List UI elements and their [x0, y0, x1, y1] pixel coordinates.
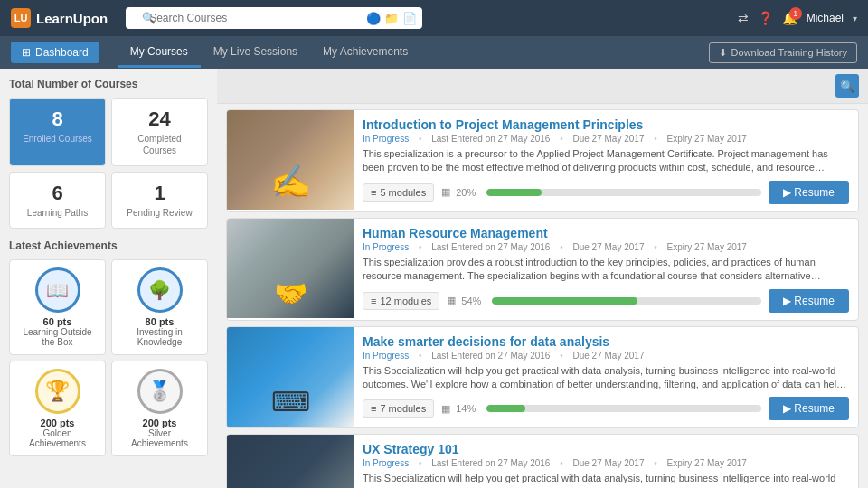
achievements-section: Latest Achievements 📖 60 pts Learning Ou…	[9, 239, 208, 456]
download-label: Download Training History	[731, 47, 847, 58]
document-icon[interactable]: 📄	[402, 12, 417, 25]
dashboard-button[interactable]: ⊞ Dashboard	[11, 42, 99, 63]
content-search-button[interactable]: 🔍	[835, 74, 859, 98]
logo-text: LearnUpon	[36, 11, 108, 26]
achievement-silver: 🥈 200 pts Silver Achievements	[111, 361, 208, 456]
course-title-pm[interactable]: Introduction to Project Management Princ…	[363, 117, 849, 132]
tab-my-live-sessions[interactable]: My Live Sessions	[201, 38, 310, 68]
logo: LU LearnUpon	[11, 8, 108, 28]
search-icon: 🔍	[142, 12, 156, 24]
notifications-button[interactable]: 🔔 1	[782, 11, 797, 25]
dashboard-icon: ⊞	[22, 46, 31, 59]
completed-number: 24	[121, 108, 198, 131]
course-card-hr: Human Resource Management In Progress • …	[226, 218, 859, 321]
achievement-icon-gold-trophy: 🏆	[35, 369, 80, 414]
progress-icon-pm: ▦	[441, 186, 450, 198]
achievement-pts-2: 80 pts	[119, 316, 200, 327]
achievements-title: Latest Achievements	[9, 239, 208, 252]
course-card-ux: UX Strategy 101 In Progress • Last Enter…	[226, 434, 859, 488]
progress-pct-pm: 20%	[456, 187, 481, 198]
last-entered-pm: Last Entered on 27 May 2016	[431, 134, 550, 144]
resume-button-data[interactable]: ▶ Resume	[769, 397, 849, 420]
achievement-pts-1: 60 pts	[17, 316, 98, 327]
stats-grid: 8 Enrolled Courses 24 Completed Courses …	[9, 98, 208, 229]
course-desc-pm: This specialization is a precursor to th…	[363, 147, 849, 175]
due-hr: Due 27 May 2017	[573, 242, 645, 252]
modules-count-data: 7 modules	[380, 403, 426, 414]
help-button[interactable]: ❓	[758, 11, 773, 25]
user-name[interactable]: Michael	[807, 12, 844, 24]
achievement-name-4: Silver Achievements	[119, 428, 200, 448]
expiry-pm: Expiry 27 May 2017	[667, 134, 747, 144]
course-thumb-ux	[227, 435, 354, 488]
logo-icon: LU	[11, 8, 31, 28]
search-bar: 🔍 🔵 📁 📄	[126, 7, 422, 29]
achievements-grid: 📖 60 pts Learning Outside the Box 🌳 80 p…	[9, 259, 208, 456]
completed-courses-card: 24 Completed Courses	[111, 98, 208, 166]
course-info-ux: UX Strategy 101 In Progress • Last Enter…	[354, 435, 858, 488]
progress-bar-fill-data	[486, 405, 525, 412]
modules-badge-data: ≡ 7 modules	[363, 399, 434, 418]
course-meta-data: In Progress • Last Entered on 27 May 201…	[363, 351, 849, 361]
course-thumb-pm	[227, 110, 354, 210]
due-data: Due 27 May 2017	[573, 351, 645, 361]
learning-paths-card: 6 Learning Paths	[9, 172, 106, 229]
gold-trophy-icon: 🏆	[45, 380, 70, 403]
course-footer-hr: ≡ 12 modules ▦ 54% ▶ Resume	[363, 289, 849, 313]
modules-badge-hr: ≡ 12 modules	[363, 292, 439, 310]
course-meta-pm: In Progress • Last Entered on 27 May 201…	[363, 134, 849, 144]
achievement-icon-silver-trophy: 🥈	[137, 369, 183, 414]
resume-button-hr[interactable]: ▶ Resume	[769, 289, 849, 313]
resume-button-pm[interactable]: ▶ Resume	[769, 181, 849, 204]
course-card-pm: Introduction to Project Management Princ…	[226, 109, 859, 212]
status-badge-pm: In Progress	[363, 134, 409, 144]
course-title-hr[interactable]: Human Resource Management	[363, 226, 849, 240]
progress-bar-fill-pm	[486, 189, 542, 196]
modules-icon-hr: ≡	[371, 296, 376, 306]
modules-icon-pm: ≡	[371, 187, 376, 198]
progress-bar-track-pm	[486, 189, 761, 196]
status-badge-hr: In Progress	[363, 242, 409, 252]
nav-tabs: My Courses My Live Sessions My Achieveme…	[118, 38, 420, 68]
course-title-ux[interactable]: UX Strategy 101	[363, 442, 849, 456]
progress-section-pm: ▦ 20%	[441, 186, 761, 198]
tab-my-courses[interactable]: My Courses	[118, 38, 201, 68]
download-icon: ⬇	[719, 47, 727, 59]
pending-review-card: 1 Pending Review	[111, 172, 208, 229]
achievement-pts-3: 200 pts	[17, 418, 98, 428]
progress-pct-hr: 54%	[461, 296, 486, 306]
course-info-pm: Introduction to Project Management Princ…	[354, 110, 858, 211]
last-entered-hr: Last Entered on 27 May 2016	[431, 242, 550, 252]
progress-section-hr: ▦ 54%	[447, 295, 761, 306]
user-chevron-icon: ▾	[853, 14, 857, 23]
enrolled-label: Enrolled Courses	[19, 133, 96, 145]
achievement-icon-tree: 🌳	[137, 267, 183, 313]
enrolled-courses-card: 8 Enrolled Courses	[9, 98, 106, 166]
pending-label: Pending Review	[121, 207, 198, 219]
achievement-learning-outside: 📖 60 pts Learning Outside the Box	[9, 259, 106, 355]
enrolled-number: 8	[19, 108, 96, 131]
progress-bar-fill-hr	[492, 297, 637, 305]
course-thumb-data	[227, 327, 354, 427]
course-info-data: Make smarter decisions for data analysis…	[354, 327, 858, 428]
tab-my-achievements[interactable]: My Achievements	[310, 38, 420, 68]
content-header: 🔍	[217, 69, 868, 104]
completed-label: Completed Courses	[121, 133, 198, 156]
tree-icon: 🌳	[148, 279, 171, 301]
progress-bar-track-data	[486, 405, 761, 412]
due-ux: Due 27 May 2017	[573, 458, 645, 468]
due-pm: Due 27 May 2017	[573, 134, 645, 144]
shuffle-button[interactable]: ⇄	[738, 11, 749, 25]
download-history-button[interactable]: ⬇ Download Training History	[709, 42, 857, 63]
progress-section-data: ▦ 14%	[441, 403, 761, 415]
achievement-name-1: Learning Outside the Box	[17, 327, 98, 347]
status-badge-ux: In Progress	[363, 458, 409, 468]
achievement-golden: 🏆 200 pts Golden Achievements	[9, 361, 106, 456]
course-meta-hr: In Progress • Last Entered on 27 May 201…	[363, 242, 849, 252]
course-title-data[interactable]: Make smarter decisions for data analysis	[363, 334, 849, 349]
folder-icon[interactable]: 📁	[384, 12, 399, 25]
filter-icon[interactable]: 🔵	[366, 12, 381, 25]
modules-icon-data: ≡	[371, 403, 376, 414]
modules-badge-pm: ≡ 5 modules	[363, 183, 434, 202]
courses-list: Introduction to Project Management Princ…	[217, 104, 868, 488]
